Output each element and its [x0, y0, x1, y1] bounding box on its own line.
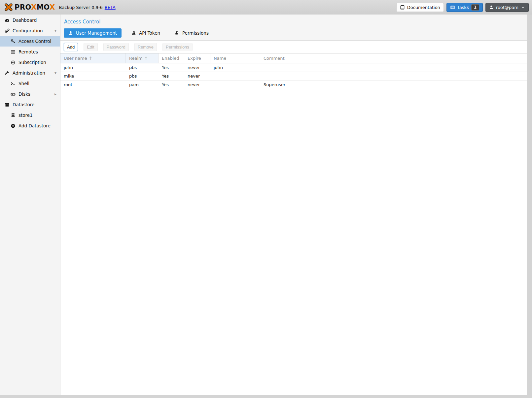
- page-title: Access Control: [60, 15, 527, 28]
- table-row-mike[interactable]: mike pbs Yes never: [60, 72, 527, 81]
- plus-circle-icon: [10, 123, 16, 128]
- documentation-button[interactable]: Documentation: [396, 3, 444, 12]
- archive-box-icon: [4, 102, 10, 107]
- sidebar-item-label: Shell: [18, 81, 29, 86]
- panel-header: Access Control User Management: [60, 15, 527, 41]
- grid-toolbar: Add Edit Password Remove Permissions: [60, 41, 527, 53]
- top-header-bar: PROXMOX Backup Server 0.9-6 BETA Documen…: [0, 0, 532, 15]
- sort-ascending-icon: ↑: [144, 56, 148, 61]
- sidebar-item-label: Disks: [18, 91, 30, 97]
- column-header-user-name[interactable]: User name ↑: [60, 53, 126, 63]
- sidebar-item-add-datastore[interactable]: Add Datastore: [0, 120, 60, 131]
- tab-label: Permissions: [182, 30, 209, 36]
- user-icon: [489, 5, 494, 10]
- tasks-label: Tasks: [457, 5, 469, 10]
- proxmox-wordmark: PROXMOX: [15, 4, 55, 11]
- database-icon: [10, 113, 16, 118]
- column-header-name[interactable]: Name: [210, 53, 260, 63]
- edit-button: Edit: [84, 43, 97, 51]
- sidebar-item-label: Configuration: [13, 28, 43, 33]
- sidebar-item-remotes[interactable]: Remotes: [0, 47, 60, 57]
- sidebar-item-administration[interactable]: Administration ▾: [0, 68, 60, 78]
- table-row-john[interactable]: john pbs Yes never john: [60, 63, 527, 72]
- sidebar-item-label: Access Control: [18, 39, 51, 44]
- sidebar-item-label: Add Datastore: [18, 123, 51, 128]
- table-header-row: User name ↑ Realm ↑ Enabled Expire Name …: [60, 53, 527, 63]
- proxmox-x-logo-icon: [3, 2, 14, 13]
- sidebar: Dashboard Configuration ▾ Access Control: [0, 15, 60, 395]
- product-version-text: Backup Server 0.9-6: [59, 5, 103, 10]
- chevron-down-icon: [521, 5, 525, 10]
- chevron-right-icon[interactable]: ▸: [54, 92, 56, 96]
- unlock-icon: [175, 31, 179, 35]
- documentation-label: Documentation: [407, 5, 440, 10]
- user-menu-button[interactable]: root@pam: [485, 3, 529, 12]
- tab-api-token[interactable]: API Token: [127, 28, 165, 38]
- sidebar-item-label: Remotes: [18, 49, 38, 54]
- permissions-button: Permissions: [162, 43, 193, 51]
- tab-permissions[interactable]: Permissions: [170, 28, 213, 38]
- user-outline-icon: [131, 31, 136, 35]
- column-header-realm[interactable]: Realm ↑: [126, 53, 159, 63]
- support-ring-icon: [10, 60, 16, 65]
- key-icon: [10, 39, 16, 44]
- sidebar-item-label: Dashboard: [13, 17, 37, 23]
- add-button[interactable]: Add: [64, 43, 78, 51]
- server-list-icon: [10, 50, 16, 54]
- sidebar-item-store1[interactable]: store1: [0, 110, 60, 120]
- proxmox-logo: PROXMOX: [3, 2, 55, 13]
- sidebar-item-configuration[interactable]: Configuration ▾: [0, 25, 60, 36]
- cogs-icon: [4, 28, 10, 33]
- sidebar-item-datastore[interactable]: Datastore: [0, 99, 60, 110]
- sidebar-item-dashboard[interactable]: Dashboard: [0, 15, 60, 25]
- sidebar-item-access-control[interactable]: Access Control: [0, 36, 60, 47]
- sidebar-item-label: store1: [18, 113, 33, 118]
- hdd-icon: [10, 92, 16, 97]
- tasks-button[interactable]: Tasks 1: [446, 3, 483, 12]
- column-header-enabled[interactable]: Enabled: [159, 53, 184, 63]
- tab-bar: User Management API Token: [60, 28, 527, 40]
- table-row-root[interactable]: root pam Yes never Superuser: [60, 81, 527, 89]
- book-icon: [400, 5, 405, 10]
- user-filled-icon: [68, 31, 73, 35]
- sidebar-item-label: Subscription: [18, 60, 46, 65]
- sidebar-item-shell[interactable]: Shell: [0, 78, 60, 89]
- chevron-down-icon[interactable]: ▾: [54, 71, 56, 75]
- sort-ascending-icon: ↑: [89, 56, 92, 61]
- tasks-count-badge: 1: [471, 4, 479, 11]
- tab-label: User Management: [76, 30, 117, 36]
- terminal-icon: [10, 81, 16, 86]
- column-header-comment[interactable]: Comment: [260, 53, 527, 63]
- tab-label: API Token: [139, 30, 160, 36]
- chevron-down-icon[interactable]: ▾: [54, 28, 56, 33]
- table-empty-area: [60, 89, 527, 395]
- wrench-icon: [4, 71, 10, 76]
- remove-button: Remove: [134, 43, 157, 51]
- password-button: Password: [103, 43, 129, 51]
- column-header-expire[interactable]: Expire: [184, 53, 210, 63]
- main-panel: Access Control User Management: [60, 15, 527, 395]
- sidebar-item-label: Administration: [13, 70, 45, 76]
- sidebar-item-disks[interactable]: Disks ▸: [0, 89, 60, 99]
- dashboard-gauge-icon: [4, 18, 10, 23]
- sidebar-item-label: Datastore: [13, 102, 34, 107]
- user-label: root@pam: [496, 5, 518, 10]
- tab-user-management[interactable]: User Management: [64, 28, 122, 38]
- beta-link[interactable]: BETA: [105, 5, 116, 10]
- task-list-icon: [450, 5, 455, 10]
- sidebar-item-subscription[interactable]: Subscription: [0, 57, 60, 68]
